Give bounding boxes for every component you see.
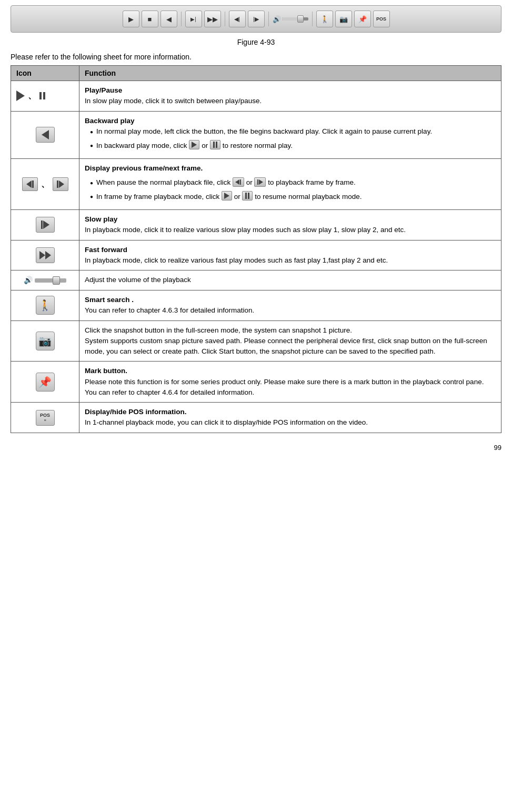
bullet-item: In backward play mode, click or to resto…	[90, 140, 496, 151]
separator-4	[312, 12, 313, 26]
backward-icon	[36, 127, 55, 143]
table-row: Slow play In playback mode, click it to …	[11, 210, 501, 240]
smart-search-icon: 🚶	[36, 296, 55, 315]
ff-text: Fast forward In playback mode, click to …	[85, 245, 496, 266]
smart-search-desc: You can refer to chapter 4.6.3 for detai…	[85, 306, 254, 314]
slow-play-button[interactable]: ▶|	[185, 11, 202, 27]
mark-text: Mark button. Please note this function i…	[85, 366, 496, 398]
separator-3	[268, 12, 269, 26]
table-row: 📷 Click the snapshot button in the full-…	[11, 320, 501, 362]
or-text-frame-2: or	[234, 193, 243, 201]
backward-button[interactable]: ◀	[160, 11, 177, 27]
play-triangle-icon	[16, 91, 25, 101]
prev-frame-button[interactable]: ◀|	[229, 11, 246, 27]
table-row: Fast forward In playback mode, click to …	[11, 240, 501, 270]
frame-sep: 、	[41, 178, 49, 191]
inline-play-2	[222, 191, 232, 201]
function-cell-smart-search: Smart search . You can refer to chapter …	[79, 290, 501, 321]
function-cell-mark: Mark button. Please note this function i…	[79, 362, 501, 403]
play-button[interactable]: ▶	[123, 11, 139, 27]
volume-track-icon	[35, 278, 66, 283]
table-row: Backward play In normal play mode, left …	[11, 111, 501, 159]
figure-caption: Figure 4-93	[11, 38, 501, 46]
speaker-icon: 🔊	[24, 275, 33, 286]
function-table: Icon Function 、 Play/Pause In slow	[11, 65, 501, 433]
volume-fill	[282, 17, 298, 21]
table-row: 、 Play/Pause In slow play mode, click it…	[11, 81, 501, 112]
table-row: 📌 Mark button. Please note this function…	[11, 362, 501, 403]
volume-bar[interactable]	[282, 17, 308, 21]
play-pause-icons: 、	[16, 89, 74, 102]
pos-button[interactable]: POS	[373, 11, 390, 27]
table-row: 🚶 Smart search . You can refer to chapte…	[11, 290, 501, 321]
col-header-function: Function	[79, 66, 501, 81]
or-text-1: or	[202, 142, 208, 149]
bullet-item: When pause the normal playback file, cli…	[90, 177, 496, 188]
smart-search-button[interactable]: 🚶	[316, 11, 333, 27]
function-cell-backward: Backward play In normal play mode, left …	[79, 111, 501, 159]
volume-desc: Adjust the volume of the playback	[85, 276, 191, 284]
mark-icon: 📌	[36, 373, 55, 392]
inline-pause-icon	[210, 140, 220, 149]
volume-control: 🔊	[273, 15, 308, 23]
inline-frame-fwd	[254, 177, 266, 187]
table-row: POS ≡ Display/hide POS information. In 1…	[11, 403, 501, 433]
icon-cell-volume: 🔊	[11, 270, 79, 290]
smart-search-title: Smart search .	[85, 296, 134, 304]
icon-cell-mark: 📌	[11, 362, 79, 403]
snapshot-icon: 📷	[36, 332, 55, 350]
backward-title: Backward play	[85, 117, 135, 125]
pos-text: Display/hide POS information. In 1-chann…	[85, 407, 496, 428]
or-text-frame-1: or	[246, 178, 255, 186]
fast-forward-button[interactable]: ▶▶	[204, 11, 221, 27]
back-triangle	[42, 130, 49, 139]
frame-bullet-2: In frame by frame playback mode, click o…	[96, 191, 362, 202]
page-number: 99	[11, 444, 501, 452]
fast-forward-icon	[36, 247, 55, 263]
icon-cell-pos: POS ≡	[11, 403, 79, 433]
camera-glyph-icon: 📷	[38, 333, 52, 349]
pos-desc: In 1-channel playback mode, you can clic…	[85, 418, 368, 426]
table-row: 🔊 Adjust the volume of the playback	[11, 270, 501, 290]
slow-play-icon	[36, 217, 55, 233]
smart-search-text: Smart search . You can refer to chapter …	[85, 295, 496, 316]
function-cell-snapshot: Click the snapshot button in the full-sc…	[79, 320, 501, 362]
intro-text: Please refer to the following sheet for …	[11, 53, 501, 61]
pos-icon: POS ≡	[36, 410, 55, 426]
snapshot-text: Click the snapshot button in the full-sc…	[85, 325, 496, 357]
mark-desc: Please note this function is for some se…	[85, 378, 484, 396]
function-cell-frame: Display previous frame/next frame. When …	[79, 159, 501, 210]
snapshot-desc: Click the snapshot button in the full-sc…	[85, 326, 487, 356]
bullet-item: In normal play mode, left click the butt…	[90, 126, 496, 137]
comma-separator: 、	[28, 89, 36, 102]
col-header-icon: Icon	[11, 66, 79, 81]
ff-title: Fast forward	[85, 246, 127, 254]
icon-cell-snapshot: 📷	[11, 320, 79, 362]
frame-back-icon	[22, 177, 38, 191]
slow-play-text: Slow play In playback mode, click it to …	[85, 214, 496, 236]
next-frame-button[interactable]: |▶	[248, 11, 265, 27]
inline-frame-back	[233, 177, 244, 187]
frame-bullets: When pause the normal playback file, cli…	[85, 177, 496, 203]
pos-title: Display/hide POS information.	[85, 408, 187, 416]
inline-play-icon	[189, 140, 199, 149]
mark-title: Mark button.	[85, 367, 127, 375]
mark-button[interactable]: 📌	[354, 11, 371, 27]
table-row: 、 Display previous frame/next frame. Whe…	[11, 159, 501, 210]
volume-thumb[interactable]	[297, 15, 304, 23]
stop-button[interactable]: ■	[142, 11, 158, 27]
bullet-text-2: In backward play mode, click or to resto…	[96, 140, 293, 151]
frame-fwd-icon	[53, 177, 68, 191]
volume-icon-cell: 🔊	[16, 275, 74, 286]
ff-desc: In playback mode, click to realize vario…	[85, 256, 388, 264]
pause-icon	[39, 92, 45, 99]
bookmark-glyph-icon: 📌	[38, 374, 52, 390]
frame-icons: 、	[16, 177, 74, 191]
bullet-text-1: In normal play mode, left click the butt…	[96, 126, 432, 137]
pos-lines-icon: ≡	[44, 418, 46, 423]
function-cell-ff: Fast forward In playback mode, click to …	[79, 240, 501, 270]
slow-play-title: Slow play	[85, 215, 117, 223]
walk-person-icon: 🚶	[38, 297, 52, 313]
volume-thumb-icon	[53, 276, 60, 285]
snapshot-button[interactable]: 📷	[335, 11, 352, 27]
